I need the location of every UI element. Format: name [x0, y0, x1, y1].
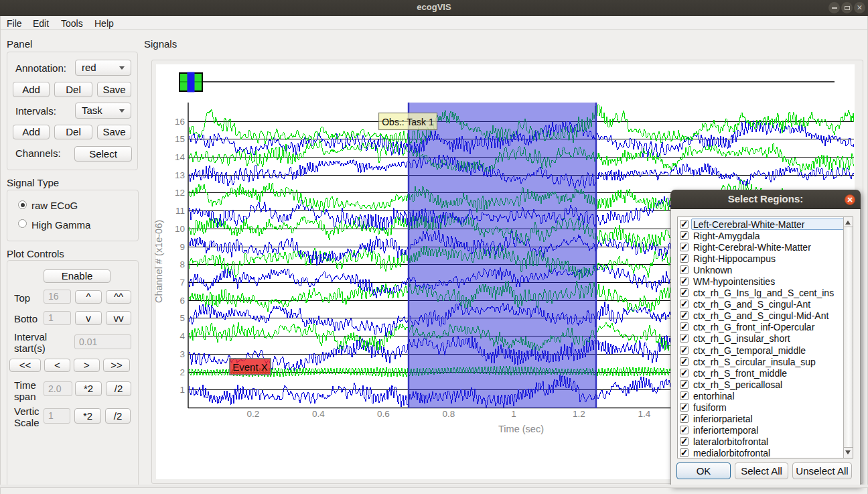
svg-text:0.2: 0.2: [247, 409, 260, 419]
svg-text:12: 12: [175, 188, 185, 198]
svg-text:10: 10: [175, 224, 185, 234]
svg-text:2: 2: [179, 367, 185, 377]
svg-text:0.8: 0.8: [443, 409, 455, 419]
svg-text:Channel # (x1e-06): Channel # (x1e-06): [153, 220, 164, 303]
svg-text:16: 16: [175, 117, 185, 127]
svg-text:9: 9: [179, 242, 185, 252]
svg-text:1.2: 1.2: [573, 409, 585, 419]
svg-text:11: 11: [175, 206, 185, 216]
svg-text:Obs.: Task 1: Obs.: Task 1: [382, 117, 434, 127]
svg-text:0.4: 0.4: [312, 409, 325, 419]
svg-text:6: 6: [179, 296, 185, 306]
svg-text:8: 8: [179, 259, 185, 269]
svg-text:4: 4: [179, 331, 185, 341]
svg-text:15: 15: [175, 134, 185, 144]
svg-text:Event X: Event X: [232, 361, 268, 373]
svg-text:3: 3: [179, 349, 185, 359]
svg-text:14: 14: [175, 152, 186, 162]
svg-text:13: 13: [175, 170, 185, 180]
svg-text:Time (sec): Time (sec): [498, 424, 544, 434]
svg-text:0.6: 0.6: [377, 409, 390, 419]
svg-text:5: 5: [179, 313, 185, 323]
svg-text:7: 7: [179, 277, 185, 288]
svg-text:1.4: 1.4: [638, 409, 651, 419]
svg-text:1: 1: [511, 409, 516, 419]
svg-text:1: 1: [179, 385, 185, 395]
